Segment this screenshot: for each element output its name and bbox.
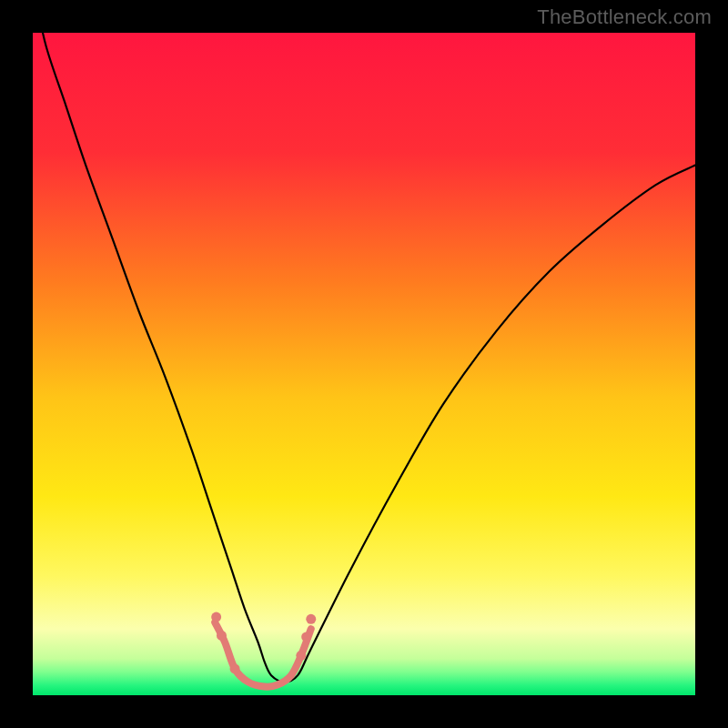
chart-frame: TheBottleneck.com (0, 0, 728, 728)
marker (306, 614, 316, 624)
curves-layer (33, 33, 695, 695)
marker (217, 631, 227, 641)
plot-area (33, 33, 695, 695)
series-bottleneck-curve-main (35, 33, 695, 682)
marker (211, 612, 221, 622)
marker (296, 651, 306, 661)
marker (301, 632, 311, 642)
marker (230, 663, 240, 673)
watermark-text: TheBottleneck.com (537, 5, 712, 29)
